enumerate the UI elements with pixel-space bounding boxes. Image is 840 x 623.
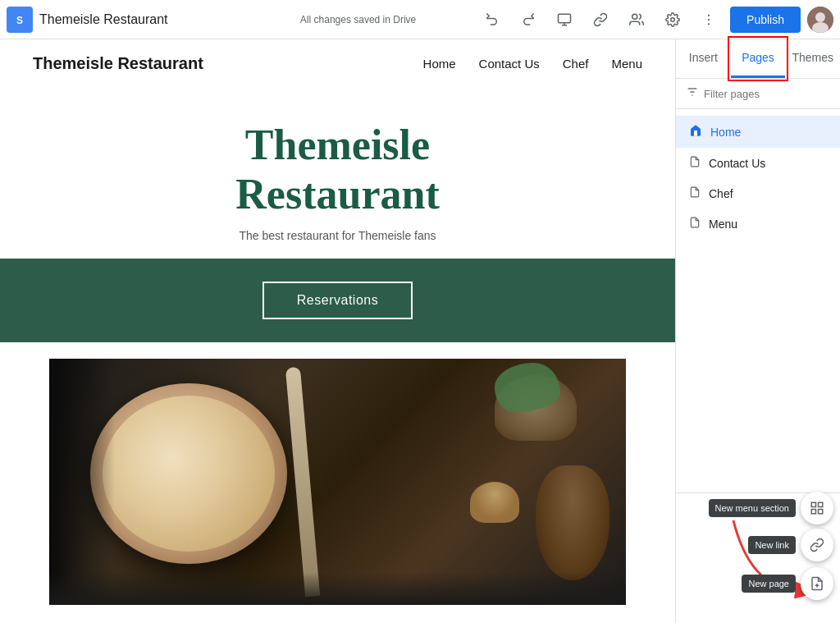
new-link-tooltip: New link <box>748 536 796 554</box>
right-panel: Insert Pages Themes Home <box>676 39 840 623</box>
page-label-home: Home <box>710 126 741 139</box>
main-layout: Themeisle Restaurant Home Contact Us Che… <box>0 39 840 623</box>
svg-text:S: S <box>16 15 23 26</box>
app-icon: S <box>7 7 33 33</box>
svg-point-4 <box>671 17 675 21</box>
spoon <box>285 366 320 597</box>
link-button[interactable] <box>586 5 615 34</box>
site-nav-links: Home Contact Us Chef Menu <box>423 57 642 71</box>
new-menu-section-button[interactable] <box>801 492 833 525</box>
hero-title-line2: Restaurant <box>235 171 439 218</box>
toolbar-right: Publish <box>477 5 833 34</box>
site-nav: Themeisle Restaurant Home Contact Us Che… <box>0 39 675 88</box>
more-button[interactable] <box>694 5 724 34</box>
new-page-tooltip: New page <box>742 575 796 593</box>
toolbar-left: S Themeisle Restaurant <box>7 7 239 33</box>
left-shadow <box>49 359 115 605</box>
filter-bar <box>676 79 840 109</box>
saved-status: All changes saved in Drive <box>300 14 416 25</box>
new-menu-section-tooltip: New menu section <box>709 499 797 517</box>
svg-point-3 <box>632 14 637 19</box>
toolbar-center: All changes saved in Drive <box>242 14 474 25</box>
page-item-home[interactable]: Home <box>676 116 840 148</box>
mushroom-right <box>536 465 609 580</box>
nav-link-chef[interactable]: Chef <box>563 57 589 71</box>
menu-page-icon <box>689 217 701 231</box>
website-preview: Themeisle Restaurant Home Contact Us Che… <box>0 39 676 623</box>
undo-button[interactable] <box>477 5 507 34</box>
svg-point-6 <box>708 18 710 20</box>
new-menu-section-row: New menu section <box>709 492 834 525</box>
page-label-chef: Chef <box>709 187 733 200</box>
publish-button[interactable]: Publish <box>730 7 801 33</box>
food-image-inner <box>49 359 626 605</box>
svg-point-9 <box>815 12 825 22</box>
soup-bowl <box>90 383 287 564</box>
pages-list: Home Contact Us Chef Menu <box>676 109 840 492</box>
bottom-actions: New menu section New link New page <box>676 492 840 623</box>
svg-rect-2 <box>559 14 571 23</box>
tab-themes[interactable]: Themes <box>785 39 840 78</box>
svg-rect-16 <box>819 502 823 506</box>
page-item-chef[interactable]: Chef <box>676 178 840 208</box>
site-logo: Themeisle Restaurant <box>33 54 203 73</box>
hero-title: Themeisle Restaurant <box>33 121 642 219</box>
svg-rect-18 <box>811 510 815 514</box>
svg-rect-17 <box>819 510 823 514</box>
panel-tabs: Insert Pages Themes <box>676 39 840 79</box>
nav-link-menu[interactable]: Menu <box>611 57 642 71</box>
reservations-band: Reservations <box>0 259 675 342</box>
tab-pages[interactable]: Pages <box>731 39 786 78</box>
svg-rect-15 <box>811 502 815 506</box>
tab-insert[interactable]: Insert <box>676 39 731 78</box>
page-label-menu: Menu <box>709 218 737 231</box>
bottom-shadow <box>49 572 626 605</box>
mushroom-small <box>470 482 519 523</box>
new-page-button[interactable] <box>801 567 833 600</box>
nav-link-contact[interactable]: Contact Us <box>479 57 540 71</box>
reservations-button[interactable]: Reservations <box>262 282 413 319</box>
people-button[interactable] <box>622 5 651 34</box>
home-icon <box>689 124 702 140</box>
svg-point-5 <box>708 14 710 16</box>
new-link-row: New link <box>748 529 833 561</box>
hero-section: Themeisle Restaurant The best restaurant… <box>0 88 675 259</box>
page-label-contact: Contact Us <box>709 157 765 170</box>
green-herb <box>495 363 560 412</box>
nav-link-home[interactable]: Home <box>423 57 456 71</box>
new-page-row: New page <box>742 567 833 600</box>
contact-page-icon <box>689 156 701 170</box>
toolbar: S Themeisle Restaurant All changes saved… <box>0 0 840 39</box>
redo-button[interactable] <box>514 5 543 34</box>
settings-button[interactable] <box>658 5 687 34</box>
page-item-menu[interactable]: Menu <box>676 208 840 239</box>
preview-button[interactable] <box>550 5 579 34</box>
hero-subtitle: The best restaurant for Themeisle fans <box>33 229 642 242</box>
filter-pages-input[interactable] <box>704 88 830 100</box>
page-item-contact[interactable]: Contact Us <box>676 148 840 178</box>
food-image <box>49 359 626 605</box>
svg-point-7 <box>708 23 710 25</box>
app-title: Themeisle Restaurant <box>39 12 168 27</box>
chef-page-icon <box>689 186 701 200</box>
hero-title-line1: Themeisle <box>245 121 430 168</box>
new-link-button[interactable] <box>801 529 833 561</box>
filter-icon <box>686 85 699 102</box>
avatar[interactable] <box>807 7 833 33</box>
